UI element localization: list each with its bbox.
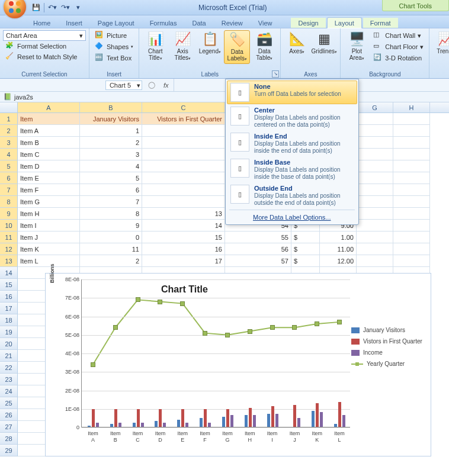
cell[interactable] xyxy=(357,113,393,125)
undo-icon[interactable]: ↶▾ xyxy=(47,2,57,13)
cell[interactable] xyxy=(393,255,430,267)
bar[interactable] xyxy=(316,403,319,427)
row-header[interactable]: 24 xyxy=(0,385,18,397)
cell[interactable]: 8 xyxy=(80,208,142,220)
col-header[interactable]: A xyxy=(18,102,80,112)
embedded-chart[interactable]: Billions Chart Title 01E-082E-083E-084E-… xyxy=(45,273,431,456)
axes-button[interactable]: 📐Axes▾ xyxy=(284,30,310,56)
cell[interactable]: 13 xyxy=(142,208,225,220)
row-header[interactable]: 21 xyxy=(0,350,18,362)
formula-buttons[interactable]: ◯ xyxy=(148,81,155,89)
cell[interactable] xyxy=(393,125,430,137)
cell[interactable]: 0 xyxy=(80,231,142,243)
cell[interactable]: 17 xyxy=(142,255,225,267)
row-header[interactable]: 9 xyxy=(0,208,18,220)
tab-review[interactable]: Review xyxy=(214,18,250,28)
cell[interactable]: Vistors in First Quarter xyxy=(142,113,225,125)
chart-wall-button[interactable]: ◫Chart Wall ▾ xyxy=(371,30,426,41)
legend-item[interactable]: Income xyxy=(351,349,428,356)
cell[interactable]: $ xyxy=(291,231,320,243)
cell[interactable] xyxy=(393,184,430,196)
cell[interactable] xyxy=(357,172,393,184)
fx-icon[interactable]: fx xyxy=(163,82,169,89)
bar[interactable] xyxy=(320,412,323,427)
col-header[interactable]: H xyxy=(393,102,430,112)
cell[interactable]: Item B xyxy=(18,137,80,149)
cell[interactable] xyxy=(142,137,225,149)
line-marker[interactable] xyxy=(315,321,319,326)
plot-area-button[interactable]: 🖥️Plot Area▾ xyxy=(344,30,370,63)
cell[interactable]: 6 xyxy=(80,184,142,196)
cell[interactable] xyxy=(393,137,430,149)
row-header[interactable]: 29 xyxy=(0,445,18,456)
cell[interactable] xyxy=(357,160,393,172)
tab-formulas[interactable]: Formulas xyxy=(143,18,184,28)
bar[interactable] xyxy=(137,409,140,427)
data-labels-center[interactable]: ▯ CenterDisplay Data Labels and position… xyxy=(227,104,357,130)
bar[interactable] xyxy=(275,414,278,427)
bar[interactable] xyxy=(200,418,203,427)
row-header[interactable]: 13 xyxy=(0,255,18,267)
row-header[interactable]: 22 xyxy=(0,362,18,374)
cell[interactable] xyxy=(142,125,225,137)
cell[interactable]: $ xyxy=(291,255,320,267)
bar[interactable] xyxy=(110,424,113,427)
legend-item[interactable]: January Visitors xyxy=(351,327,428,333)
col-header[interactable]: C xyxy=(142,102,225,112)
cell[interactable] xyxy=(357,137,393,149)
cell[interactable] xyxy=(393,243,430,255)
cell[interactable] xyxy=(142,172,225,184)
bar[interactable] xyxy=(342,415,345,427)
cell[interactable]: 9 xyxy=(80,220,142,231)
cell[interactable]: 1.00 xyxy=(320,231,357,243)
cell[interactable]: Item I xyxy=(18,220,80,231)
bar[interactable] xyxy=(88,426,91,427)
axis-titles-button[interactable]: 📈Axis Titles▾ xyxy=(169,30,195,63)
row-header[interactable]: 4 xyxy=(0,149,18,160)
qat-customize-icon[interactable]: ▾ xyxy=(73,2,84,13)
tab-data[interactable]: Data xyxy=(185,18,213,28)
row-header[interactable]: 28 xyxy=(0,433,18,445)
cell[interactable] xyxy=(393,220,430,231)
data-labels-none[interactable]: ▯ NoneTurn off Data Labels for selection xyxy=(227,81,357,104)
cell[interactable] xyxy=(393,196,430,208)
row-header[interactable]: 12 xyxy=(0,243,18,255)
line-marker[interactable] xyxy=(248,329,252,334)
cell[interactable]: 11.00 xyxy=(320,243,357,255)
row-header[interactable]: 3 xyxy=(0,137,18,149)
cell[interactable] xyxy=(142,149,225,160)
bar[interactable] xyxy=(334,424,337,427)
chart-floor-button[interactable]: ▭Chart Floor ▾ xyxy=(371,41,426,52)
row-header[interactable]: 5 xyxy=(0,160,18,172)
row-header[interactable]: 17 xyxy=(0,303,18,314)
row-header[interactable]: 7 xyxy=(0,184,18,196)
reset-style-button[interactable]: 🧹Reset to Match Style xyxy=(3,52,86,62)
cell[interactable] xyxy=(357,149,393,160)
chevron-down-icon[interactable]: ▾ xyxy=(137,82,140,89)
cell[interactable] xyxy=(357,208,393,220)
cell[interactable]: 5 xyxy=(80,172,142,184)
line-marker[interactable] xyxy=(203,331,207,336)
cell[interactable]: Item xyxy=(18,113,80,125)
trendline-button[interactable]: 📈Trendli xyxy=(432,30,449,56)
row-header[interactable]: 26 xyxy=(0,409,18,421)
data-table-button[interactable]: 🗃️Data Table▾ xyxy=(251,30,277,63)
row-header[interactable]: 20 xyxy=(0,338,18,350)
chart-element-selector[interactable]: Chart Area▾ xyxy=(3,30,86,41)
row-header[interactable]: 27 xyxy=(0,421,18,433)
row-header[interactable]: 16 xyxy=(0,291,18,303)
cell[interactable] xyxy=(357,125,393,137)
more-data-label-options[interactable]: More Data Label Options... xyxy=(227,211,357,223)
tab-view[interactable]: View xyxy=(251,18,280,28)
bar[interactable] xyxy=(159,409,162,427)
cell[interactable] xyxy=(142,160,225,172)
cell[interactable] xyxy=(357,243,393,255)
cell[interactable]: Item A xyxy=(18,125,80,137)
cell[interactable]: Item J xyxy=(18,231,80,243)
select-all-corner[interactable] xyxy=(0,102,18,112)
row-header[interactable]: 1 xyxy=(0,113,18,125)
cell[interactable] xyxy=(393,160,430,172)
legend-item[interactable]: Yearly Quarter xyxy=(351,361,428,367)
bar[interactable] xyxy=(226,409,229,427)
plot-area[interactable]: 01E-082E-083E-084E-085E-086E-087E-088E-0… xyxy=(81,279,350,427)
